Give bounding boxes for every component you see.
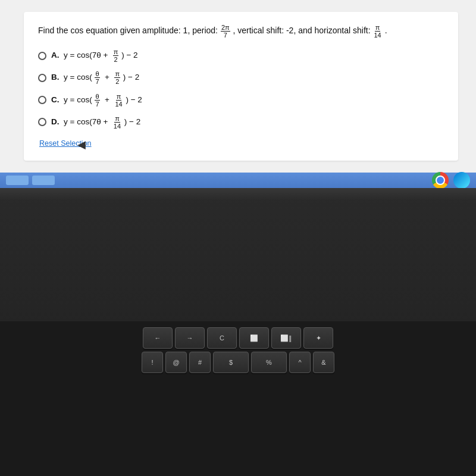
question-text: Find the cos equation given amplitude: 1… <box>38 24 444 39</box>
laptop-top-strip <box>0 188 476 200</box>
key-hash[interactable]: # <box>189 352 211 373</box>
edge-icon[interactable] <box>453 172 470 189</box>
taskbar-icons <box>432 172 470 189</box>
period-fraction: 2π 7 <box>221 24 230 39</box>
radio-A[interactable] <box>38 52 46 60</box>
key-percent[interactable]: % <box>251 352 287 373</box>
frac-B1: θ 7 <box>95 70 99 85</box>
frac-C2: π 14 <box>114 93 123 108</box>
options-list: A. y = cos(7θ + π 2 ) − 2 B. y = cos( θ <box>38 48 444 130</box>
shift-fraction: π 14 <box>373 24 381 39</box>
key-ampersand[interactable]: & <box>313 352 334 373</box>
frac-C1: θ 7 <box>95 93 99 108</box>
frac-B2: π 2 <box>114 70 120 85</box>
laptop-screen: Find the cos equation given amplitude: 1… <box>0 0 476 184</box>
taskbar-btn-1[interactable] <box>6 176 29 185</box>
key-refresh[interactable]: C <box>207 327 237 349</box>
option-A[interactable]: A. y = cos(7θ + π 2 ) − 2 <box>38 48 444 63</box>
key-back[interactable]: ← <box>143 327 173 349</box>
key-fullscreen[interactable]: ⬜ <box>239 327 269 349</box>
keyboard-rows: ← → C ⬜ ⬜‖ ✦ ! @ # $ % ^ & <box>0 321 476 382</box>
browser-content: Find the cos equation given amplitude: 1… <box>24 12 458 161</box>
option-C[interactable]: C. y = cos( θ 7 + π 14 ) − 2 <box>38 93 444 108</box>
radio-D[interactable] <box>38 118 46 126</box>
chrome-icon[interactable] <box>432 172 449 189</box>
frac-A: π 2 <box>113 48 119 63</box>
key-caret[interactable]: ^ <box>289 352 311 373</box>
key-brightness[interactable]: ✦ <box>303 327 333 349</box>
key-forward[interactable]: → <box>175 327 205 349</box>
key-exclaim[interactable]: ! <box>142 352 163 373</box>
option-B[interactable]: B. y = cos( θ 7 + π 2 ) − 2 <box>38 70 444 85</box>
frac-D: π 14 <box>113 115 121 130</box>
laptop-body: acer ← → C ⬜ ⬜‖ ✦ ! @ # $ % ^ & <box>0 188 476 476</box>
taskbar <box>0 173 476 188</box>
key-dollar[interactable]: $ <box>213 352 249 373</box>
key-at[interactable]: @ <box>165 352 187 373</box>
keyboard-area: ← → C ⬜ ⬜‖ ✦ ! @ # $ % ^ & <box>0 321 476 476</box>
option-D[interactable]: D. y = cos(7θ + π 14 ) − 2 <box>38 115 444 130</box>
taskbar-btn-2[interactable] <box>32 176 55 185</box>
nav-key-row: ← → C ⬜ ⬜‖ ✦ <box>12 327 464 349</box>
radio-C[interactable] <box>38 96 46 104</box>
radio-B[interactable] <box>38 74 46 82</box>
symbol-key-row: ! @ # $ % ^ & <box>12 352 464 373</box>
key-multiwindow[interactable]: ⬜‖ <box>271 327 301 349</box>
cursor: ◀ <box>77 138 86 151</box>
